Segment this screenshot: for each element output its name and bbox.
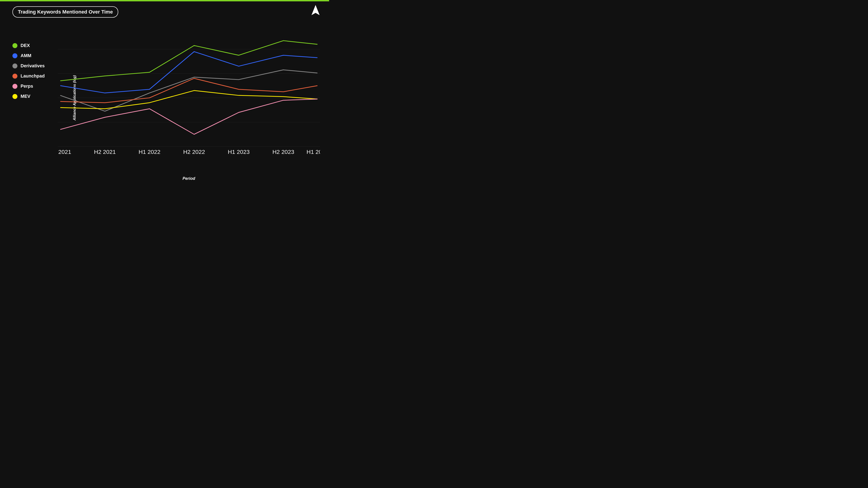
legend-item-derivatives: Derivatives [12, 63, 45, 68]
svg-text:H2 2022: H2 2022 [183, 149, 205, 155]
legend-dot-launchpad [12, 74, 18, 78]
svg-text:H2 2023: H2 2023 [272, 149, 294, 155]
launchpad-line [60, 78, 318, 103]
legend-label-mev: MEV [21, 94, 30, 99]
legend-dot-derivatives [12, 64, 18, 68]
legend-item-perps: Perps [12, 84, 45, 89]
x-axis-label: Period [58, 176, 320, 181]
logo-icon [311, 5, 320, 16]
legend-dot-amm [12, 53, 18, 58]
legend-item-dex: DEX [12, 43, 45, 48]
legend-label-amm: AMM [21, 53, 31, 58]
legend-dot-mev [12, 94, 18, 99]
svg-text:H1 2023: H1 2023 [228, 149, 250, 155]
svg-text:H2 2021: H2 2021 [94, 149, 116, 155]
chart-title: Trading Keywords Mentioned Over Time [18, 9, 113, 15]
legend-dot-perps [12, 84, 18, 89]
svg-marker-0 [311, 5, 320, 15]
perps-line [60, 99, 318, 134]
line-chart: H1 2021 H2 2021 H1 2022 H2 2022 H1 2023 … [58, 25, 320, 171]
top-bar [0, 0, 329, 1]
dex-line [60, 41, 318, 81]
svg-text:H1 2022: H1 2022 [138, 149, 160, 155]
svg-text:H1 2021: H1 2021 [58, 149, 71, 155]
legend-dot-dex [12, 43, 18, 48]
legend: DEXAMMDerivativesLaunchpadPerpsMEV [12, 43, 45, 99]
title-box: Trading Keywords Mentioned Over Time [12, 6, 118, 18]
derivatives-line [60, 70, 318, 111]
mev-line [60, 91, 318, 109]
legend-label-perps: Perps [21, 84, 33, 89]
svg-text:H1 2024: H1 2024 [307, 149, 320, 155]
legend-item-launchpad: Launchpad [12, 73, 45, 78]
legend-label-derivatives: Derivatives [21, 63, 45, 68]
chart-svg-container: H1 2021 H2 2021 H1 2022 H2 2022 H1 2023 … [58, 25, 320, 171]
chart-area: DEXAMMDerivativesLaunchpadPerpsMEV Allia… [12, 25, 320, 171]
legend-label-launchpad: Launchpad [21, 73, 45, 78]
legend-item-amm: AMM [12, 53, 45, 58]
legend-label-dex: DEX [21, 43, 30, 48]
legend-item-mev: MEV [12, 94, 45, 99]
amm-line [60, 52, 318, 93]
